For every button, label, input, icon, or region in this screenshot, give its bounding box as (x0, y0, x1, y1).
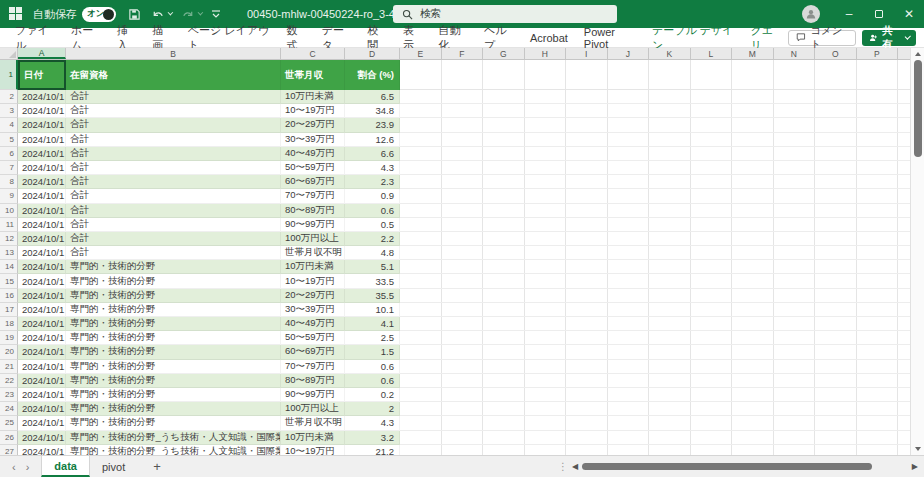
cell[interactable]: 合計 (66, 104, 281, 118)
ribbon-tab[interactable]: テーブル デザイン (644, 28, 742, 47)
cell[interactable]: 専門的・技術的分野 (66, 402, 281, 416)
cell[interactable]: 34.8 (345, 104, 400, 118)
account-avatar[interactable] (802, 5, 820, 23)
empty-cells[interactable] (400, 445, 910, 455)
cell[interactable]: 専門的・技術的分野 (66, 416, 281, 430)
cell[interactable]: 30〜39万円 (281, 303, 345, 317)
cell[interactable]: 専門的・技術的分野 (66, 331, 281, 345)
scroll-up-icon[interactable] (911, 48, 924, 60)
column-header-i[interactable]: I (566, 48, 608, 59)
cell[interactable]: 世帯月収 (281, 60, 345, 90)
column-header-j[interactable]: J (608, 48, 650, 59)
cell[interactable]: 21.2 (345, 445, 400, 455)
cell[interactable]: 2024/10/1 (18, 260, 66, 274)
cell[interactable]: 合計 (66, 246, 281, 260)
cell[interactable]: 2024/10/1 (18, 345, 66, 359)
cell[interactable]: 0.6 (345, 204, 400, 218)
row-number[interactable]: 21 (0, 360, 18, 374)
cell[interactable]: 12.6 (345, 133, 400, 147)
cell[interactable]: 専門的・技術的分野_うち技術・人文知識・国際業務 (66, 445, 281, 455)
cell[interactable]: 50〜59万円 (281, 161, 345, 175)
column-header-d[interactable]: D (345, 48, 400, 59)
empty-cells[interactable] (400, 90, 910, 104)
cell[interactable]: 0.6 (345, 360, 400, 374)
cell[interactable]: 2024/10/1 (18, 431, 66, 445)
cell[interactable]: 2024/10/1 (18, 118, 66, 132)
cell[interactable]: 2024/10/1 (18, 175, 66, 189)
cell[interactable]: 23.9 (345, 118, 400, 132)
ribbon-tab[interactable]: データ (314, 28, 360, 47)
cell[interactable]: 合計 (66, 232, 281, 246)
next-sheet-icon[interactable]: › (26, 461, 30, 473)
cell[interactable]: 10〜19万円 (281, 104, 345, 118)
empty-cells[interactable] (400, 118, 910, 132)
cell[interactable]: 20〜29万円 (281, 118, 345, 132)
customize-qat-button[interactable] (211, 8, 221, 20)
scroll-left-icon[interactable]: ◀ (572, 462, 578, 471)
column-header-n[interactable]: N (774, 48, 816, 59)
prev-sheet-icon[interactable]: ‹ (12, 461, 16, 473)
column-header-k[interactable]: K (649, 48, 691, 59)
cell[interactable]: 6.5 (345, 90, 400, 104)
cell[interactable]: 100万円以上 (281, 232, 345, 246)
cell[interactable]: 10〜19万円 (281, 445, 345, 455)
add-sheet-button[interactable]: + (153, 459, 161, 474)
cell[interactable]: 2024/10/1 (18, 289, 66, 303)
cell[interactable]: 合計 (66, 147, 281, 161)
column-header-m[interactable]: M (732, 48, 774, 59)
column-header-p[interactable]: P (857, 48, 899, 59)
cell[interactable]: 2024/10/1 (18, 189, 66, 203)
ribbon-tab[interactable]: ファイル (7, 28, 63, 47)
cell[interactable]: 2024/10/1 (18, 416, 66, 430)
cell[interactable]: 70〜79万円 (281, 189, 345, 203)
row-number[interactable]: 23 (0, 388, 18, 402)
empty-cells[interactable] (400, 189, 910, 203)
empty-cells[interactable] (400, 60, 910, 90)
row-number[interactable]: 24 (0, 402, 18, 416)
row-number[interactable]: 10 (0, 204, 18, 218)
row-number[interactable]: 14 (0, 260, 18, 274)
cell[interactable]: 35.5 (345, 289, 400, 303)
cell[interactable]: 2.2 (345, 232, 400, 246)
cell[interactable]: 2024/10/1 (18, 445, 66, 455)
vertical-scroll-thumb[interactable] (914, 60, 922, 157)
empty-cells[interactable] (400, 431, 910, 445)
cell[interactable]: 専門的・技術的分野 (66, 260, 281, 274)
cell[interactable]: 40〜49万円 (281, 317, 345, 331)
cell[interactable]: 10〜19万円 (281, 274, 345, 288)
cell[interactable]: 2024/10/1 (18, 388, 66, 402)
redo-button[interactable] (181, 8, 201, 21)
row-number[interactable]: 6 (0, 147, 18, 161)
ribbon-tab[interactable]: ホーム (63, 28, 109, 47)
cell[interactable]: 2024/10/1 (18, 104, 66, 118)
cell[interactable]: 専門的・技術的分野_うち技術・人文知識・国際業務 (66, 431, 281, 445)
ribbon-tab[interactable]: Power Pivot (576, 28, 644, 47)
cell[interactable]: 6.6 (345, 147, 400, 161)
cell[interactable]: 10.1 (345, 303, 400, 317)
row-number[interactable]: 9 (0, 189, 18, 203)
cell[interactable]: 2024/10/1 (18, 274, 66, 288)
row-number[interactable]: 16 (0, 289, 18, 303)
row-number[interactable]: 17 (0, 303, 18, 317)
cell[interactable]: 100万円以上 (281, 402, 345, 416)
horizontal-scroll-thumb[interactable] (582, 463, 872, 470)
ribbon-tab[interactable]: Acrobat (522, 28, 576, 47)
horizontal-scrollbar[interactable]: ◀ ▶ (572, 456, 924, 477)
cell[interactable]: 2024/10/1 (18, 218, 66, 232)
empty-cells[interactable] (400, 204, 910, 218)
row-number[interactable]: 26 (0, 431, 18, 445)
cell[interactable]: 合計 (66, 90, 281, 104)
cell[interactable]: 専門的・技術的分野 (66, 289, 281, 303)
row-number[interactable]: 4 (0, 118, 18, 132)
column-header-e[interactable]: E (400, 48, 442, 59)
row-number[interactable]: 3 (0, 104, 18, 118)
cell[interactable]: 70〜79万円 (281, 360, 345, 374)
cell[interactable]: 2024/10/1 (18, 246, 66, 260)
cell[interactable]: 2024/10/1 (18, 331, 66, 345)
row-number[interactable]: 27 (0, 445, 18, 455)
cell[interactable]: 合計 (66, 218, 281, 232)
cell[interactable]: 4.3 (345, 416, 400, 430)
cell[interactable]: 40〜49万円 (281, 147, 345, 161)
horizontal-scroll-track[interactable] (582, 462, 908, 471)
cell[interactable]: 0.5 (345, 218, 400, 232)
